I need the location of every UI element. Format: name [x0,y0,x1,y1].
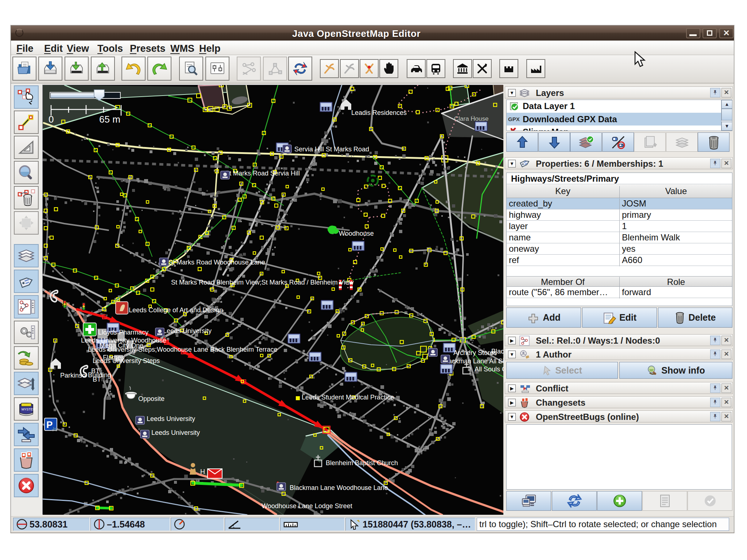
svg-text:Blackman Lane All Sou: Blackman Lane All Sou [442,358,503,365]
svg-text:Blackman Lane Woodhouse Lane: Blackman Lane Woodhouse Lane [290,484,388,491]
svg-text:Woodhouse: Woodhouse [339,230,374,237]
svg-text:Parkinso: Parkinso [60,372,86,379]
svg-text:Leeds University Steps;Woodhou: Leeds University Steps;Woodhouse Lane Ba… [88,346,278,353]
svg-text:St Marks Road Woodhouse Lane: St Marks Road Woodhouse Lane [169,259,265,266]
svg-text:🚲: 🚲 [51,425,58,432]
svg-text:Blackman L: Blackman L [491,348,503,355]
svg-text:Leeds University: Leeds University [163,327,212,335]
svg-text:Woodhouse Lane Lodge Street: Woodhouse Lane Lodge Street [262,502,352,510]
svg-text:Archery Stores: Archery Stores [453,349,497,356]
svg-text:Blenheim Baptist Church: Blenheim Baptist Church [326,459,398,467]
svg-text:0: 0 [49,114,54,125]
svg-text:Lloyds Pharmacy: Lloyds Pharmacy [98,329,148,336]
svg-text:H: H [200,468,205,475]
svg-text:All Souls C: All Souls C [475,366,503,373]
svg-text:Leeds University: Leeds University [147,415,195,422]
svg-text:St Marks Road Blenheim View;St: St Marks Road Blenheim View;St Marks Roa… [171,279,354,286]
svg-text:Leeds University Steps: Leeds University Steps [93,357,160,364]
svg-text:Leeds University: Leeds University [151,429,200,436]
svg-text:Opposite: Opposite [138,395,165,402]
svg-text:BT: BT [93,376,101,383]
svg-text:Leeds College of Art and Desig: Leeds College of Art and Design [129,306,223,314]
svg-text:65 m: 65 m [99,114,120,125]
svg-text:Servia Hill St Marks Road: Servia Hill St Marks Road [294,146,369,153]
svg-text:St Marks Road Servia Hill: St Marks Road Servia Hill [225,170,300,177]
svg-text:MYSTERY: MYSTERY [22,408,36,411]
svg-text:Leeds Student Medical Practice: Leeds Student Medical Practice [302,394,394,401]
svg-text:Leadis Residences: Leadis Residences [351,109,407,116]
